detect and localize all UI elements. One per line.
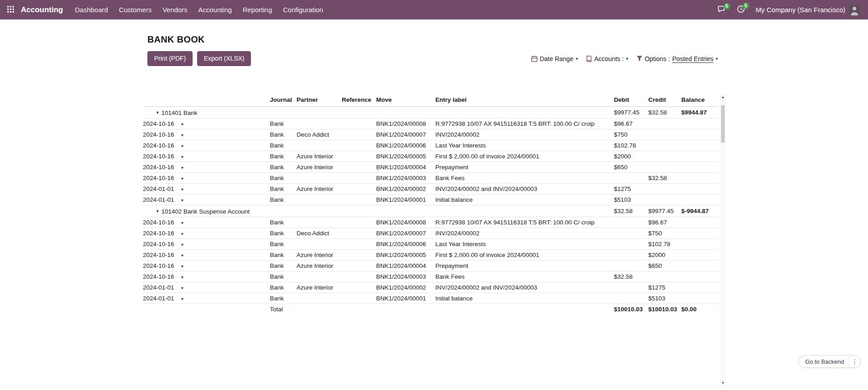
row-dropdown-button[interactable]: ▾ — [181, 187, 184, 192]
row-partner: Deco Addict — [297, 129, 342, 140]
row-entry-label: INV/2024/00002 and INV/2024/00003 — [435, 184, 614, 195]
date-range-label: Date Range — [540, 55, 574, 62]
go-to-backend-button[interactable]: Go to Backend — [799, 356, 849, 367]
row-partner: Azure Interior — [297, 162, 342, 173]
row-debit: $102.78 — [614, 140, 648, 151]
chevron-down-icon: ▾ — [181, 165, 184, 170]
row-dropdown-button[interactable]: ▾ — [181, 155, 184, 159]
header-balance: Balance — [681, 94, 718, 107]
row-dropdown-button[interactable]: ▾ — [181, 221, 184, 225]
row-journal: Bank — [270, 261, 297, 271]
user-menu[interactable]: My Company (San Francisco) — [751, 5, 862, 15]
row-debit — [614, 282, 648, 293]
row-journal: Bank — [270, 293, 297, 304]
row-partner: Azure Interior — [297, 261, 342, 271]
row-entry-label: Bank Fees — [435, 271, 614, 282]
row-dropdown-button[interactable]: ▾ — [181, 232, 184, 236]
row-date: 2024-10-16 — [143, 120, 174, 127]
row-dropdown-button[interactable]: ▾ — [181, 253, 184, 258]
activities-button[interactable]: 5 — [732, 2, 750, 17]
table-header-row: Journal Partner Reference Move Entry lab… — [143, 94, 718, 107]
table-scrollbar[interactable]: ▲ ▼ — [720, 94, 726, 386]
row-partner: Azure Interior — [297, 184, 342, 195]
export-xlsx-button[interactable]: Export (XLSX) — [197, 51, 251, 66]
row-partner: Azure Interior — [297, 282, 342, 293]
row-date: 2024-10-16 — [143, 131, 174, 138]
row-balance — [681, 162, 718, 173]
menu-dashboard[interactable]: Dashboard — [70, 0, 113, 19]
row-date: 2024-10-16 — [143, 219, 174, 226]
main-content: BANK BOOK Print (PDF) Export (XLSX) Date… — [0, 34, 868, 314]
row-move: BNK1/2024/00002 — [376, 282, 435, 293]
row-debit — [614, 293, 648, 304]
row-move: BNK1/2024/00003 — [376, 173, 435, 184]
row-credit: $750 — [648, 228, 681, 239]
apps-menu-button[interactable] — [0, 0, 21, 19]
collapse-caret-icon[interactable]: ▼ — [156, 208, 160, 215]
row-reference — [342, 140, 376, 151]
row-reference — [342, 261, 376, 271]
row-move: BNK1/2024/00001 — [376, 293, 435, 304]
chevron-down-icon: ▾ — [181, 154, 184, 159]
accounts-filter[interactable]: Accounts : ▾ — [586, 55, 628, 62]
row-debit — [614, 228, 648, 239]
row-dropdown-button[interactable]: ▾ — [181, 264, 184, 269]
row-dropdown-button[interactable]: ▾ — [181, 166, 184, 170]
row-reference — [342, 282, 376, 293]
row-dropdown-button[interactable]: ▾ — [181, 275, 184, 280]
row-dropdown-button[interactable]: ▾ — [181, 286, 184, 290]
row-partner: Azure Interior — [297, 151, 342, 162]
kebab-menu-button[interactable]: ⋮ — [849, 356, 860, 367]
row-move: BNK1/2024/00008 — [376, 217, 435, 228]
row-dropdown-button[interactable]: ▾ — [181, 176, 184, 181]
menu-configuration[interactable]: Configuration — [278, 0, 329, 19]
group-debit: $9977.45 — [614, 107, 648, 119]
row-balance — [681, 184, 718, 195]
menu-vendors[interactable]: Vendors — [157, 0, 193, 19]
account-group-row[interactable]: ▼ 101402 Bank Suspense Account $32.58 $9… — [143, 205, 718, 217]
row-dropdown-button[interactable]: ▾ — [181, 243, 184, 247]
scroll-up-arrow-icon[interactable]: ▲ — [721, 95, 725, 99]
row-balance — [681, 250, 718, 261]
bank-book-table: Journal Partner Reference Move Entry lab… — [143, 94, 718, 314]
avatar[interactable] — [849, 5, 860, 15]
top-navbar: Accounting Dashboard Customers Vendors A… — [0, 0, 868, 19]
row-partner — [297, 239, 342, 250]
row-move: BNK1/2024/00008 — [376, 119, 435, 129]
options-label: Options : — [645, 55, 670, 62]
scrollbar-thumb[interactable] — [721, 105, 725, 143]
app-brand[interactable]: Accounting — [21, 5, 63, 14]
row-credit: $32.58 — [648, 173, 681, 184]
print-pdf-button[interactable]: Print (PDF) — [147, 51, 193, 66]
row-entry-label: First $ 2,000.00 of invoice 2024/00001 — [435, 250, 614, 261]
table-row: 2024-10-16 ▾ Bank Azure Interior BNK1/20… — [143, 261, 718, 271]
chevron-down-icon: ▾ — [181, 296, 184, 301]
row-journal: Bank — [270, 140, 297, 151]
row-partner — [297, 195, 342, 205]
row-dropdown-button[interactable]: ▾ — [181, 122, 184, 127]
row-balance — [681, 217, 718, 228]
row-move: BNK1/2024/00007 — [376, 129, 435, 140]
menu-accounting[interactable]: Accounting — [193, 0, 237, 19]
group-credit: $32.58 — [648, 107, 681, 119]
row-dropdown-button[interactable]: ▾ — [181, 133, 184, 138]
menu-reporting[interactable]: Reporting — [237, 0, 278, 19]
messages-button[interactable]: 5 — [713, 3, 731, 17]
calendar-icon — [531, 56, 538, 62]
menu-customers[interactable]: Customers — [113, 0, 157, 19]
row-credit: $650 — [648, 261, 681, 271]
total-label: Total — [270, 304, 297, 315]
date-range-filter[interactable]: Date Range ▾ — [531, 55, 578, 62]
row-entry-label: INV/2024/00002 and INV/2024/00003 — [435, 282, 614, 293]
row-dropdown-button[interactable]: ▾ — [181, 198, 184, 203]
options-filter[interactable]: Options :Posted Entries ▾ — [637, 55, 718, 62]
collapse-caret-icon[interactable]: ▼ — [156, 109, 160, 117]
account-group-row[interactable]: ▼ 101401 Bank $9977.45 $32.58 $9944.87 — [143, 107, 718, 119]
chevron-down-icon: ▾ — [181, 231, 184, 236]
row-date: 2024-01-01 — [143, 284, 174, 291]
row-dropdown-button[interactable]: ▾ — [181, 144, 184, 148]
scroll-down-arrow-icon[interactable]: ▼ — [721, 381, 725, 385]
header-date — [143, 94, 270, 107]
row-journal: Bank — [270, 151, 297, 162]
row-dropdown-button[interactable]: ▾ — [181, 297, 184, 301]
